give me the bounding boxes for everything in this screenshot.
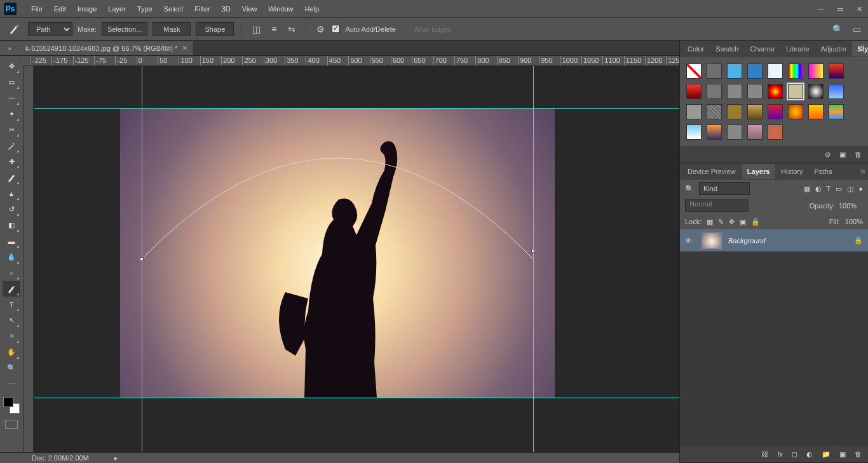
panels-collapse-icon[interactable]: » (860, 42, 864, 49)
ruler-horizontal[interactable]: -225 -175 -125 -75 -25 0 50 100 150 200 … (24, 56, 679, 66)
style-preset[interactable] (829, 84, 844, 99)
menu-layer[interactable]: Layer (102, 0, 132, 18)
lasso-tool[interactable]: 〰 (3, 90, 20, 106)
guide-vertical[interactable] (142, 66, 142, 452)
lock-all-icon[interactable]: 🔒 (751, 218, 760, 226)
menu-type[interactable]: Type (132, 0, 158, 18)
menu-filter[interactable]: Filter (189, 0, 215, 18)
style-preset[interactable] (829, 64, 844, 79)
filter-shape-icon[interactable]: ▭ (836, 185, 842, 193)
gear-icon[interactable]: ⚙ (314, 23, 327, 36)
zoom-tool[interactable]: 🔍 (3, 360, 20, 376)
document-canvas[interactable] (120, 108, 555, 398)
lock-artboard-icon[interactable]: ▣ (740, 218, 746, 226)
filter-toggle-icon[interactable]: ● (858, 185, 863, 193)
guide-vertical[interactable] (533, 66, 534, 452)
layer-visibility-icon[interactable]: 👁 (685, 237, 695, 245)
delete-layer-icon[interactable]: 🗑 (855, 450, 862, 458)
search-icon[interactable]: 🔍 (831, 23, 844, 36)
document-tab-close-icon[interactable]: × (182, 44, 187, 53)
make-mask-button[interactable]: Mask (153, 22, 191, 36)
filter-adjust-icon[interactable]: ◐ (815, 185, 822, 193)
document-tab[interactable]: k-615524918-1024x683.jpg @ 66.7% (RGB/8#… (19, 41, 193, 55)
filter-smart-icon[interactable]: ◫ (847, 185, 853, 193)
style-preset[interactable] (788, 84, 803, 99)
filter-type-icon[interactable]: T (827, 185, 831, 193)
style-preset[interactable] (707, 104, 722, 119)
guide-horizontal[interactable] (34, 398, 679, 398)
style-preset[interactable] (727, 64, 742, 79)
screen-mode-icon[interactable]: ▭ (850, 23, 863, 36)
style-preset[interactable] (686, 104, 702, 119)
current-tool-pen-icon[interactable] (5, 20, 23, 38)
layer-lock-icon[interactable]: 🔒 (854, 236, 863, 245)
style-preset[interactable] (727, 104, 742, 119)
style-preset[interactable] (788, 104, 803, 119)
style-preset[interactable] (768, 124, 783, 140)
make-selection-button[interactable]: Selection... (102, 22, 147, 36)
hand-tool[interactable]: ✋ (3, 344, 20, 360)
layer-kind-select[interactable] (699, 182, 750, 195)
link-layers-icon[interactable]: ⛓ (761, 450, 768, 458)
clear-style-icon[interactable]: ⊘ (825, 151, 831, 159)
move-tool[interactable]: ✥ (3, 58, 20, 74)
layer-fx-icon[interactable]: fx (777, 450, 783, 458)
window-minimize-icon[interactable]: — (816, 5, 826, 13)
tab-layers[interactable]: Layers (742, 164, 775, 179)
path-ops-icon[interactable]: ◫ (250, 23, 262, 36)
style-preset[interactable] (747, 64, 763, 79)
window-restore-icon[interactable]: ▭ (835, 5, 845, 13)
path-align-icon[interactable]: ≡ (268, 23, 280, 36)
menu-help[interactable]: Help (299, 0, 325, 18)
type-tool[interactable]: T (3, 297, 20, 312)
path-arrange-icon[interactable]: ⇆ (285, 23, 298, 36)
style-preset[interactable] (747, 104, 763, 119)
menu-edit[interactable]: Edit (48, 0, 72, 18)
tabstrip-expand-icon[interactable]: » (0, 41, 19, 55)
menu-file[interactable]: File (25, 0, 48, 18)
tab-device-preview[interactable]: Device Preview (682, 164, 741, 179)
filter-pixel-icon[interactable]: ▦ (804, 185, 810, 193)
menu-image[interactable]: Image (72, 0, 103, 18)
style-preset[interactable] (686, 84, 702, 99)
guide-horizontal[interactable] (34, 108, 679, 109)
make-shape-button[interactable]: Shape (196, 22, 234, 36)
menu-window[interactable]: Window (262, 0, 299, 18)
tab-color[interactable]: Color (682, 41, 709, 57)
tab-paths[interactable]: Paths (810, 164, 837, 179)
style-preset[interactable] (808, 64, 824, 79)
brush-tool[interactable] (3, 170, 20, 185)
delete-style-icon[interactable]: 🗑 (855, 151, 862, 158)
ruler-vertical[interactable] (24, 66, 34, 452)
style-preset[interactable] (707, 64, 722, 79)
pen-tool[interactable] (3, 281, 20, 297)
menu-select[interactable]: Select (158, 0, 189, 18)
style-preset[interactable] (727, 84, 742, 99)
style-preset[interactable] (788, 64, 803, 79)
layer-thumbnail[interactable] (702, 232, 722, 249)
crop-tool[interactable]: ✂ (3, 122, 20, 138)
dodge-tool[interactable]: ○ (3, 265, 20, 281)
style-preset[interactable] (829, 104, 844, 119)
doc-size[interactable]: Doc: 2.00M/2.00M (32, 454, 89, 462)
tab-adjustments[interactable]: Adjustm (816, 41, 851, 57)
shape-tool[interactable]: ✧ (3, 328, 20, 344)
new-layer-icon[interactable]: ▣ (839, 450, 846, 459)
layer-row[interactable]: 👁 Background 🔒 (680, 229, 868, 252)
stamp-tool[interactable]: ▲ (3, 185, 20, 201)
canvas-area[interactable] (34, 66, 679, 452)
style-preset[interactable] (808, 104, 824, 119)
tab-channels[interactable]: Channe (745, 41, 780, 57)
toolbox-edit-icon[interactable]: ⋯ (3, 376, 20, 392)
quick-select-tool[interactable]: ✦ (3, 106, 20, 122)
style-preset[interactable] (768, 84, 783, 99)
marquee-tool[interactable]: ▭ (3, 74, 20, 90)
style-preset[interactable] (686, 124, 702, 140)
style-preset[interactable] (747, 124, 763, 140)
style-preset[interactable] (707, 124, 722, 140)
healing-tool[interactable]: ✚ (3, 154, 20, 170)
menu-3d[interactable]: 3D (216, 0, 236, 18)
style-preset[interactable] (768, 64, 783, 79)
style-preset[interactable] (727, 124, 742, 140)
panel-menu-icon[interactable]: ≡ (860, 166, 865, 177)
